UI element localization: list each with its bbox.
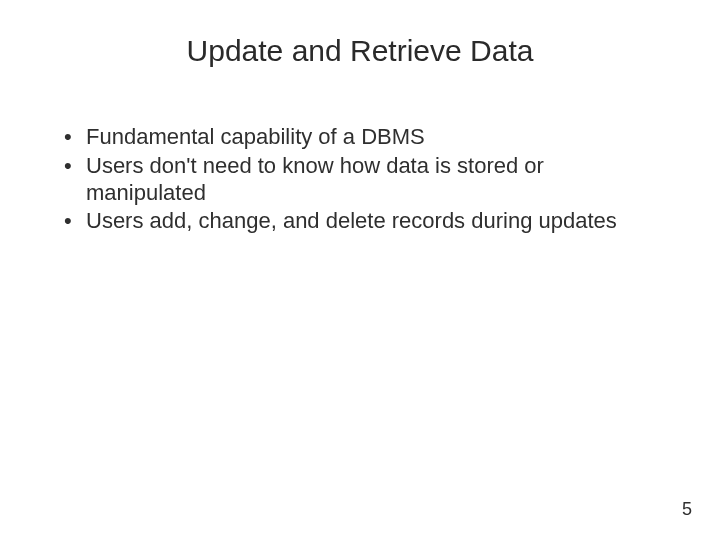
list-item: Fundamental capability of a DBMS — [56, 124, 664, 151]
list-item: Users add, change, and delete records du… — [56, 208, 664, 235]
bullet-list: Fundamental capability of a DBMS Users d… — [0, 124, 720, 235]
slide-title: Update and Retrieve Data — [0, 0, 720, 68]
page-number: 5 — [682, 499, 692, 520]
list-item: Users don't need to know how data is sto… — [56, 153, 664, 207]
